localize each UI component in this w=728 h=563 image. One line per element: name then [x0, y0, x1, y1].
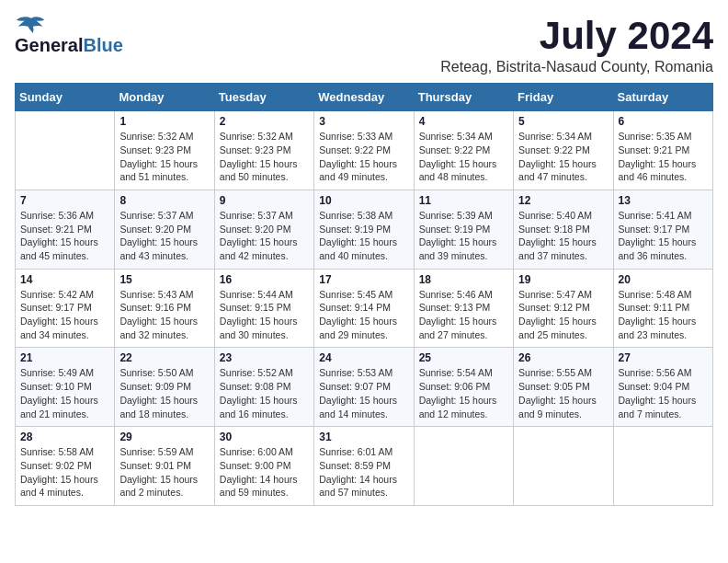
day-header-tuesday: Tuesday: [214, 84, 313, 111]
location-text: Reteag, Bistrita-Nasaud County, Romania: [440, 59, 713, 75]
day-info: Sunrise: 5:42 AM Sunset: 9:17 PM Dayligh…: [20, 288, 109, 342]
day-info: Sunrise: 5:59 AM Sunset: 9:01 PM Dayligh…: [119, 445, 209, 500]
day-number: 22: [119, 351, 209, 364]
day-number: 26: [518, 351, 608, 364]
calendar-week-2: 14Sunrise: 5:42 AM Sunset: 9:17 PM Dayli…: [16, 269, 713, 348]
day-info: Sunrise: 5:35 AM Sunset: 9:21 PM Dayligh…: [619, 130, 708, 184]
calendar-cell: [16, 111, 115, 190]
month-title: July 2024: [440, 15, 713, 57]
day-info: Sunrise: 5:55 AM Sunset: 9:05 PM Dayligh…: [518, 366, 608, 420]
calendar-cell: [613, 427, 712, 506]
day-number: 15: [119, 273, 209, 286]
calendar-cell: 11Sunrise: 5:39 AM Sunset: 9:19 PM Dayli…: [414, 190, 513, 269]
day-info: Sunrise: 5:41 AM Sunset: 9:17 PM Dayligh…: [619, 209, 708, 263]
calendar-cell: 21Sunrise: 5:49 AM Sunset: 9:10 PM Dayli…: [16, 348, 115, 427]
calendar-cell: 20Sunrise: 5:48 AM Sunset: 9:11 PM Dayli…: [613, 269, 712, 348]
calendar-cell: 24Sunrise: 5:53 AM Sunset: 9:07 PM Dayli…: [314, 348, 414, 427]
day-info: Sunrise: 5:50 AM Sunset: 9:09 PM Dayligh…: [119, 366, 209, 420]
day-number: 21: [20, 351, 109, 364]
day-info: Sunrise: 5:58 AM Sunset: 9:02 PM Dayligh…: [20, 445, 109, 500]
day-number: 12: [518, 194, 608, 207]
calendar-cell: 31Sunrise: 6:01 AM Sunset: 8:59 PM Dayli…: [314, 427, 414, 506]
day-info: Sunrise: 6:01 AM Sunset: 8:59 PM Dayligh…: [319, 445, 408, 500]
day-number: 14: [20, 273, 109, 286]
calendar-cell: [414, 427, 513, 506]
day-info: Sunrise: 5:46 AM Sunset: 9:13 PM Dayligh…: [419, 288, 508, 342]
calendar-cell: 17Sunrise: 5:45 AM Sunset: 9:14 PM Dayli…: [314, 269, 414, 348]
day-number: 6: [619, 115, 708, 128]
day-info: Sunrise: 5:52 AM Sunset: 9:08 PM Dayligh…: [220, 366, 309, 420]
day-number: 11: [419, 194, 508, 207]
day-info: Sunrise: 5:37 AM Sunset: 9:20 PM Dayligh…: [220, 209, 309, 263]
calendar-week-1: 7Sunrise: 5:36 AM Sunset: 9:21 PM Daylig…: [16, 190, 713, 269]
calendar-body: 1Sunrise: 5:32 AM Sunset: 9:23 PM Daylig…: [16, 111, 713, 506]
calendar-week-3: 21Sunrise: 5:49 AM Sunset: 9:10 PM Dayli…: [16, 348, 713, 427]
day-number: 31: [319, 431, 408, 443]
day-info: Sunrise: 5:32 AM Sunset: 9:23 PM Dayligh…: [220, 130, 309, 184]
day-info: Sunrise: 5:36 AM Sunset: 9:21 PM Dayligh…: [20, 209, 109, 263]
calendar-cell: 12Sunrise: 5:40 AM Sunset: 9:18 PM Dayli…: [514, 190, 613, 269]
day-number: 2: [220, 115, 309, 128]
day-header-thursday: Thursday: [414, 84, 513, 111]
day-info: Sunrise: 5:38 AM Sunset: 9:19 PM Dayligh…: [319, 209, 408, 263]
day-header-sunday: Sunday: [16, 84, 115, 111]
calendar-cell: 5Sunrise: 5:34 AM Sunset: 9:22 PM Daylig…: [514, 111, 613, 190]
day-info: Sunrise: 5:54 AM Sunset: 9:06 PM Dayligh…: [419, 366, 508, 420]
logo: General Blue: [15, 15, 123, 56]
calendar-cell: 23Sunrise: 5:52 AM Sunset: 9:08 PM Dayli…: [214, 348, 313, 427]
calendar-week-0: 1Sunrise: 5:32 AM Sunset: 9:23 PM Daylig…: [16, 111, 713, 190]
day-number: 18: [419, 273, 508, 286]
calendar-cell: 25Sunrise: 5:54 AM Sunset: 9:06 PM Dayli…: [414, 348, 513, 427]
day-info: Sunrise: 5:32 AM Sunset: 9:23 PM Dayligh…: [119, 130, 209, 184]
day-number: 5: [518, 115, 608, 128]
calendar-cell: 19Sunrise: 5:47 AM Sunset: 9:12 PM Dayli…: [514, 269, 613, 348]
day-number: 23: [220, 351, 309, 364]
day-number: 4: [419, 115, 508, 128]
day-number: 28: [20, 431, 109, 443]
calendar-cell: 28Sunrise: 5:58 AM Sunset: 9:02 PM Dayli…: [16, 427, 115, 506]
day-info: Sunrise: 5:39 AM Sunset: 9:19 PM Dayligh…: [419, 209, 508, 263]
calendar-header: SundayMondayTuesdayWednesdayThursdayFrid…: [16, 84, 713, 111]
calendar-table: SundayMondayTuesdayWednesdayThursdayFrid…: [15, 83, 713, 506]
calendar-cell: 8Sunrise: 5:37 AM Sunset: 9:20 PM Daylig…: [115, 190, 214, 269]
calendar-cell: 22Sunrise: 5:50 AM Sunset: 9:09 PM Dayli…: [115, 348, 214, 427]
day-info: Sunrise: 5:53 AM Sunset: 9:07 PM Dayligh…: [319, 366, 408, 420]
calendar-cell: 15Sunrise: 5:43 AM Sunset: 9:16 PM Dayli…: [115, 269, 214, 348]
day-info: Sunrise: 5:37 AM Sunset: 9:20 PM Dayligh…: [119, 209, 209, 263]
day-number: 25: [419, 351, 508, 364]
day-number: 9: [220, 194, 309, 207]
calendar-cell: 10Sunrise: 5:38 AM Sunset: 9:19 PM Dayli…: [314, 190, 414, 269]
day-number: 29: [119, 431, 209, 443]
calendar-cell: 16Sunrise: 5:44 AM Sunset: 9:15 PM Dayli…: [214, 269, 313, 348]
calendar-week-4: 28Sunrise: 5:58 AM Sunset: 9:02 PM Dayli…: [16, 427, 713, 506]
day-info: Sunrise: 5:45 AM Sunset: 9:14 PM Dayligh…: [319, 288, 408, 342]
calendar-cell: 6Sunrise: 5:35 AM Sunset: 9:21 PM Daylig…: [613, 111, 712, 190]
calendar-cell: [514, 427, 613, 506]
title-section: July 2024 Reteag, Bistrita-Nasaud County…: [440, 15, 713, 75]
day-info: Sunrise: 5:34 AM Sunset: 9:22 PM Dayligh…: [419, 130, 508, 184]
calendar-cell: 7Sunrise: 5:36 AM Sunset: 9:21 PM Daylig…: [16, 190, 115, 269]
calendar-cell: 2Sunrise: 5:32 AM Sunset: 9:23 PM Daylig…: [214, 111, 313, 190]
day-number: 8: [119, 194, 209, 207]
calendar-cell: 18Sunrise: 5:46 AM Sunset: 9:13 PM Dayli…: [414, 269, 513, 348]
days-header-row: SundayMondayTuesdayWednesdayThursdayFrid…: [16, 84, 713, 111]
day-info: Sunrise: 5:34 AM Sunset: 9:22 PM Dayligh…: [518, 130, 608, 184]
calendar-cell: 3Sunrise: 5:33 AM Sunset: 9:22 PM Daylig…: [314, 111, 414, 190]
day-number: 10: [319, 194, 408, 207]
day-info: Sunrise: 6:00 AM Sunset: 9:00 PM Dayligh…: [220, 445, 309, 500]
page-header: General Blue July 2024 Reteag, Bistrita-…: [15, 15, 713, 75]
calendar-cell: 14Sunrise: 5:42 AM Sunset: 9:17 PM Dayli…: [16, 269, 115, 348]
day-info: Sunrise: 5:48 AM Sunset: 9:11 PM Dayligh…: [619, 288, 708, 342]
day-number: 13: [619, 194, 708, 207]
day-info: Sunrise: 5:33 AM Sunset: 9:22 PM Dayligh…: [319, 130, 408, 184]
day-number: 1: [119, 115, 209, 128]
logo-bird-icon: [15, 15, 48, 35]
day-number: 20: [619, 273, 708, 286]
day-number: 19: [518, 273, 608, 286]
day-header-saturday: Saturday: [613, 84, 712, 111]
day-info: Sunrise: 5:49 AM Sunset: 9:10 PM Dayligh…: [20, 366, 109, 420]
day-header-friday: Friday: [514, 84, 613, 111]
day-number: 7: [20, 194, 109, 207]
day-info: Sunrise: 5:47 AM Sunset: 9:12 PM Dayligh…: [518, 288, 608, 342]
calendar-cell: 9Sunrise: 5:37 AM Sunset: 9:20 PM Daylig…: [214, 190, 313, 269]
